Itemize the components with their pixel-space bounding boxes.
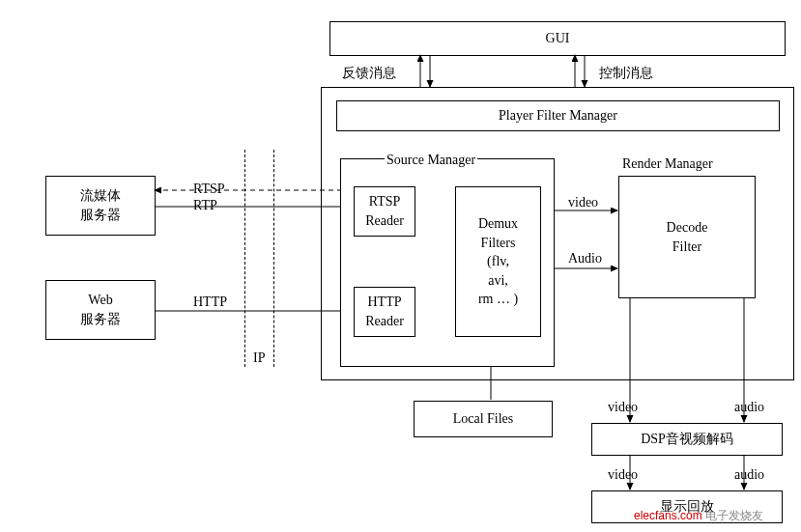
web-server-label: Web服务器 <box>80 291 121 328</box>
demux-box: DemuxFilters(flv,avi,rm … ) <box>455 186 541 337</box>
video-label-2: video <box>606 400 640 415</box>
ip-boundary-right <box>273 150 274 367</box>
web-server-box: Web服务器 <box>45 280 156 340</box>
sm-label: Source Manager <box>385 153 477 168</box>
audio-label-3: audio <box>732 467 766 483</box>
audio-label-cap: Audio <box>566 251 604 266</box>
control-label: 控制消息 <box>597 65 655 82</box>
gui-box: GUI <box>329 21 786 56</box>
decode-box: DecodeFilter <box>618 176 756 298</box>
local-files-box: Local Files <box>414 401 553 437</box>
rtsp-label: RTSP <box>191 182 227 197</box>
dsp-box: DSP音视频解码 <box>591 423 783 456</box>
demux-label: DemuxFilters(flv,avi,rm … ) <box>478 214 518 309</box>
stream-server-box: 流媒体服务器 <box>45 176 156 236</box>
ip-boundary-left <box>244 150 245 367</box>
watermark-cn: 电子发烧友 <box>705 509 763 522</box>
http-label: HTTP <box>191 294 229 310</box>
watermark-en: elecfans.com <box>634 509 702 522</box>
audio-label-2: audio <box>732 400 766 415</box>
http-reader-box: HTTPReader <box>354 287 415 337</box>
pfm-label: Player Filter Manager <box>499 106 617 126</box>
watermark: elecfans.com 电子发烧友 <box>634 508 763 524</box>
ip-label: IP <box>251 350 267 366</box>
video-label-3: video <box>606 467 640 483</box>
rm-label: Render Manager <box>620 156 715 172</box>
decode-label: DecodeFilter <box>667 218 708 256</box>
video-label-1: video <box>566 195 600 210</box>
dsp-label: DSP音视频解码 <box>641 430 733 449</box>
feedback-label: 反馈消息 <box>340 65 398 82</box>
pfm-box: Player Filter Manager <box>336 100 780 131</box>
rtsp-reader-label: RTSPReader <box>365 192 404 230</box>
local-files-label: Local Files <box>453 409 514 429</box>
gui-label: GUI <box>546 29 570 48</box>
http-reader-label: HTTPReader <box>365 293 404 330</box>
stream-server-label: 流媒体服务器 <box>80 186 121 224</box>
rtp-label: RTP <box>191 198 219 213</box>
rtsp-reader-box: RTSPReader <box>354 186 415 237</box>
